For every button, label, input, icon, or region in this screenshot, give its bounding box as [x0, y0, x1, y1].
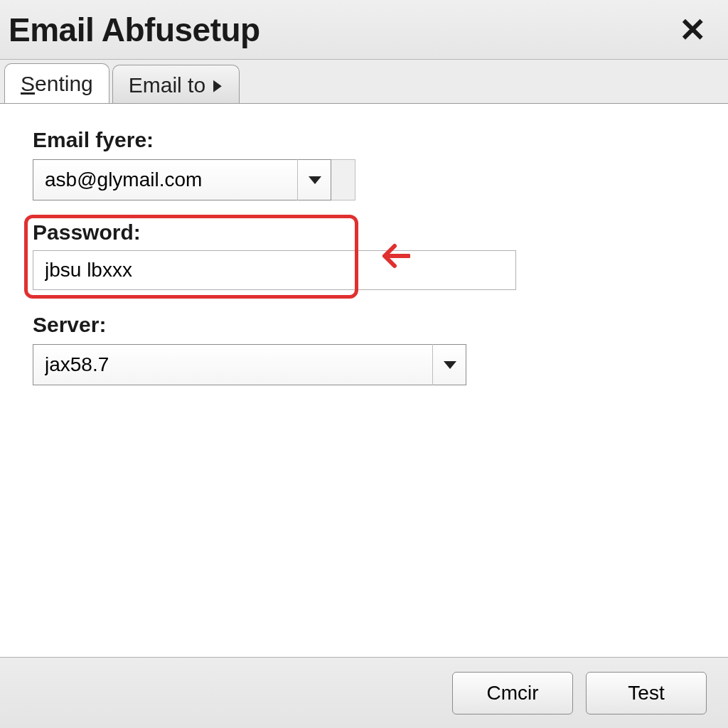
server-combo[interactable] — [33, 344, 466, 385]
window-title: Email Abfusetup — [9, 11, 260, 49]
chevron-right-icon: ▶ — [213, 76, 222, 95]
tab-label: Senting — [21, 72, 93, 96]
tab-senting[interactable]: Senting — [4, 63, 109, 105]
password-label: Password: — [33, 220, 516, 245]
password-input[interactable] — [33, 250, 516, 290]
email-setup-window: Email Abfusetup ✕ Senting Email to ▶ Ema… — [0, 0, 728, 728]
cmcir-button[interactable]: Cmcir — [452, 672, 573, 714]
button-label: Test — [628, 682, 664, 704]
dialog-footer: Cmcir Test — [0, 657, 728, 728]
email-combo[interactable] — [33, 159, 331, 200]
tab-email-to[interactable]: Email to ▶ — [112, 65, 240, 105]
annotation-arrow-icon — [370, 240, 410, 278]
tab-strip: Senting Email to ▶ — [0, 60, 728, 104]
close-icon[interactable]: ✕ — [673, 11, 712, 49]
server-label: Server: — [33, 313, 695, 337]
titlebar: Email Abfusetup ✕ — [0, 0, 728, 60]
email-label: Email fyere: — [33, 128, 695, 152]
button-label: Cmcir — [486, 682, 538, 704]
test-button[interactable]: Test — [586, 672, 707, 714]
settings-panel: Email fyere: Password: Serve — [0, 104, 728, 657]
email-input[interactable] — [33, 159, 331, 200]
email-field-group: Email fyere: — [33, 128, 695, 200]
password-field-group: Password: — [33, 216, 695, 297]
server-field-group: Server: — [33, 313, 695, 385]
server-input[interactable] — [33, 344, 466, 385]
tab-label: Email to — [129, 73, 205, 97]
combo-side-stub — [331, 159, 355, 200]
